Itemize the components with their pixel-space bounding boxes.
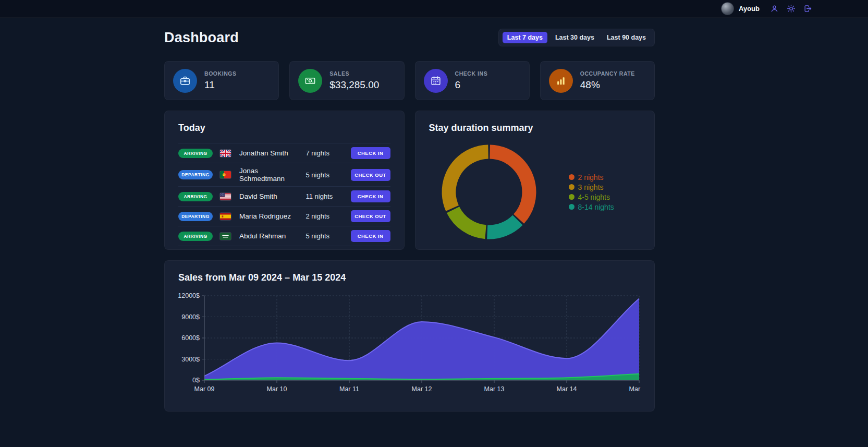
banknote-icon: [298, 69, 322, 93]
x-axis-tick-label: Mar 10: [267, 385, 287, 393]
date-range-filter: Last 7 daysLast 30 daysLast 90 days: [498, 29, 655, 46]
legend-label: 3 nights: [578, 183, 604, 191]
status-badge: ARRIVING: [178, 149, 213, 158]
legend-item-4-5-nights: 4-5 nights: [569, 193, 614, 201]
x-axis-tick-label: Mar 11: [339, 385, 359, 393]
today-title: Today: [178, 123, 390, 134]
nights-count: 11 nights: [306, 192, 345, 200]
flag-sa-icon: [220, 233, 231, 240]
guest-name: David Smith: [239, 192, 302, 200]
legend-label: 2 nights: [578, 173, 604, 182]
check-in-button[interactable]: CHECK IN: [351, 147, 390, 159]
stat-value: 11: [204, 79, 237, 91]
nights-count: 7 nights: [306, 149, 345, 157]
legend-item-3-nights: 3 nights: [569, 183, 614, 191]
sales-chart-card: Sales from Mar 09 2024 – Mar 15 2024 0$3…: [164, 260, 655, 412]
legend-dot-icon: [569, 204, 574, 210]
duration-legend: 2 nights3 nights4-5 nights8-14 nights: [569, 173, 614, 211]
logout-button[interactable]: [802, 3, 813, 14]
stat-value: 48%: [580, 79, 635, 91]
bar-chart-icon: [549, 69, 573, 93]
y-axis-tick-label: 9000$: [181, 313, 200, 321]
total-sales-area: [204, 298, 639, 380]
y-axis-tick-label: 6000$: [181, 334, 200, 342]
status-badge: ARRIVING: [178, 192, 213, 201]
calendar-icon: [424, 69, 448, 93]
guest-row: ARRIVINGJonathan Smith7 nightsCHECK IN: [178, 143, 390, 163]
user-chip: Ayoub: [721, 2, 760, 15]
guest-row: ARRIVINGAbdul Rahman5 nightsCHECK IN: [178, 226, 390, 246]
avatar: [721, 2, 734, 15]
stat-value: 6: [455, 79, 488, 91]
today-card: Today ARRIVINGJonathan Smith7 nightsCHEC…: [164, 111, 405, 250]
stay-duration-card: Stay duration summary 2 nights3 nights4-…: [415, 111, 655, 250]
guest-name: Maria Rodriguez: [239, 212, 302, 220]
nights-count: 2 nights: [306, 212, 345, 220]
guest-name: Jonathan Smith: [239, 149, 302, 157]
user-icon: [770, 4, 779, 13]
sales-title: Sales from Mar 09 2024 – Mar 15 2024: [178, 272, 641, 283]
legend-item-8-14-nights: 8-14 nights: [569, 203, 614, 211]
y-axis-tick-label: 12000$: [178, 292, 200, 299]
status-badge: DEPARTING: [178, 212, 213, 221]
filter-last-7-days[interactable]: Last 7 days: [503, 32, 547, 43]
x-axis-tick-label: Mar 09: [194, 385, 215, 393]
user-profile-button[interactable]: [769, 3, 780, 14]
duration-title: Stay duration summary: [429, 123, 641, 134]
filter-last-90-days[interactable]: Last 90 days: [602, 32, 651, 43]
stats-grid: BOOKINGS11SALES$33,285.00CHECK INS6OCCUP…: [164, 61, 655, 100]
x-axis-tick-label: Mar 13: [484, 385, 505, 393]
sales-area-chart: 0$3000$6000$9000$12000$Mar 09Mar 10Mar 1…: [178, 291, 642, 400]
guest-row: ARRIVINGDavid Smith11 nightsCHECK IN: [178, 187, 390, 207]
guest-name: Jonas Schmedtmann: [239, 167, 302, 183]
guest-row: DEPARTINGJonas Schmedtmann5 nightsCHECK …: [178, 163, 390, 187]
flag-gb-icon: [220, 150, 231, 157]
stat-card-check-ins: CHECK INS6: [415, 61, 530, 100]
x-axis-tick-label: Mar 14: [557, 385, 577, 393]
nights-count: 5 nights: [306, 232, 345, 240]
flag-us-icon: [220, 193, 231, 200]
legend-dot-icon: [569, 194, 574, 200]
status-badge: ARRIVING: [178, 232, 213, 241]
status-badge: DEPARTING: [178, 170, 213, 179]
sun-icon: [787, 4, 796, 13]
flag-pt-icon: [220, 171, 231, 178]
check-in-button[interactable]: CHECK IN: [351, 190, 390, 202]
guest-row: DEPARTINGMaria Rodriguez2 nightsCHECK OU…: [178, 207, 390, 226]
legend-item-2-nights: 2 nights: [569, 173, 614, 182]
flag-es-icon: [220, 213, 231, 220]
check-out-button[interactable]: CHECK OUT: [351, 210, 390, 222]
page-title: Dashboard: [164, 30, 239, 46]
x-axis-tick-label: Mar 15: [629, 385, 642, 393]
dark-mode-toggle[interactable]: [786, 3, 797, 14]
stat-label: SALES: [329, 70, 379, 77]
x-axis-tick-label: Mar 12: [412, 385, 432, 393]
stat-label: BOOKINGS: [204, 70, 237, 77]
stat-value: $33,285.00: [329, 79, 379, 91]
stat-card-occupancy-rate: OCCUPANCY RATE48%: [540, 61, 655, 100]
dashboard-page: Dashboard Last 7 daysLast 30 daysLast 90…: [164, 18, 655, 443]
logout-icon: [803, 4, 812, 13]
legend-dot-icon: [569, 184, 574, 190]
duration-chart: 2 nights3 nights4-5 nights8-14 nights: [429, 141, 641, 241]
today-activity-list: ARRIVINGJonathan Smith7 nightsCHECK INDE…: [178, 143, 390, 246]
legend-label: 8-14 nights: [578, 203, 614, 211]
check-out-button[interactable]: CHECK OUT: [351, 169, 390, 181]
briefcase-icon: [173, 69, 197, 93]
filter-last-30-days[interactable]: Last 30 days: [551, 32, 599, 43]
stat-label: OCCUPANCY RATE: [580, 70, 635, 77]
check-in-button[interactable]: CHECK IN: [351, 230, 390, 242]
legend-label: 4-5 nights: [578, 193, 610, 201]
duration-donut-chart: [439, 142, 539, 241]
y-axis-tick-label: 3000$: [181, 356, 200, 363]
stat-card-sales: SALES$33,285.00: [289, 61, 404, 100]
y-axis-tick-label: 0$: [192, 377, 200, 384]
app-header: Ayoub: [0, 0, 868, 18]
legend-dot-icon: [569, 174, 574, 180]
header-actions: [769, 3, 813, 14]
nights-count: 5 nights: [306, 171, 345, 179]
stat-card-bookings: BOOKINGS11: [164, 61, 279, 100]
user-name: Ayoub: [739, 5, 760, 13]
stat-label: CHECK INS: [455, 70, 488, 77]
guest-name: Abdul Rahman: [239, 232, 302, 240]
